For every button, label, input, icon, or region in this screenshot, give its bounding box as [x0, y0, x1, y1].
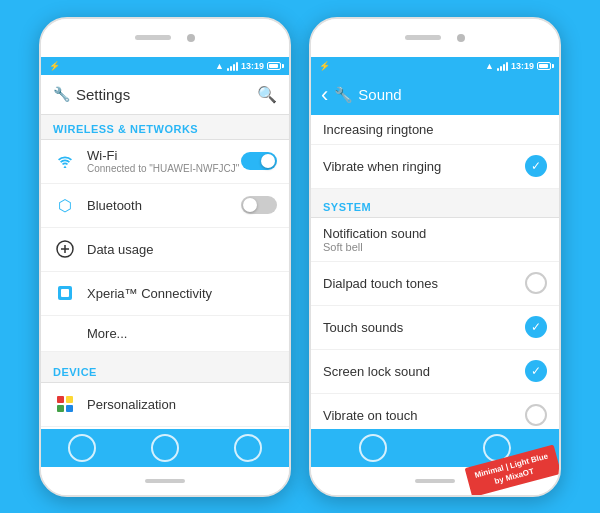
signal-bars	[227, 61, 238, 71]
wireless-section-header: WIRELESS & NETWORKS	[41, 115, 289, 139]
right-top-bezel	[311, 19, 559, 57]
dialpad-unchecked[interactable]	[525, 272, 547, 294]
search-button[interactable]: 🔍	[257, 85, 277, 104]
nav-home-btn[interactable]	[151, 434, 179, 462]
home-item[interactable]: Home	[41, 427, 289, 429]
vibrate-ringing-block: Vibrate when ringing	[323, 159, 525, 174]
svg-rect-2	[61, 289, 69, 297]
personalization-label: Personalization	[87, 397, 277, 412]
wifi-status-icon: ▲	[215, 61, 224, 71]
sound-wrench-icon: 🔧	[334, 86, 353, 104]
app-bar: 🔧 Settings 🔍	[41, 75, 289, 115]
screen-lock-label: Screen lock sound	[323, 364, 525, 379]
home-bar	[145, 479, 185, 483]
right-status-left: ⚡	[319, 61, 330, 71]
bluetooth-toggle[interactable]	[241, 196, 277, 214]
wifi-sublabel: Connected to "HUAWEI-NWFJCJ"	[87, 163, 241, 174]
right-wifi-icon: ▲	[485, 61, 494, 71]
notification-label: Notification sound	[323, 226, 547, 241]
settings-title: Settings	[76, 86, 130, 103]
right-signal-bars	[497, 61, 508, 71]
notification-sound-item[interactable]: Notification sound Soft bell	[311, 218, 559, 262]
svg-rect-5	[57, 405, 64, 412]
vibrate-touch-label: Vibrate on touch	[323, 408, 525, 423]
sound-app-bar: ‹ 🔧 Sound	[311, 75, 559, 115]
xperia-item[interactable]: Xperia™ Connectivity	[41, 272, 289, 316]
wifi-toggle[interactable]	[241, 152, 277, 170]
increasing-ringtone-item[interactable]: Increasing ringtone	[311, 115, 559, 145]
data-label: Data usage	[87, 242, 277, 257]
xperia-label: Xperia™ Connectivity	[87, 286, 277, 301]
sound-bar-title: 🔧 Sound	[334, 86, 401, 104]
wifi-icon	[53, 149, 77, 173]
touch-sounds-item[interactable]: Touch sounds ✓	[311, 306, 559, 350]
dialpad-label: Dialpad touch tones	[323, 276, 525, 291]
bluetooth-item[interactable]: ⬡ Bluetooth	[41, 184, 289, 228]
bottom-nav	[41, 429, 289, 467]
status-right: ▲ 13:19	[215, 61, 281, 71]
settings-content: WIRELESS & NETWORKS Wi-Fi Connected to "…	[41, 115, 289, 429]
vibrate-ringing-check[interactable]: ✓	[525, 155, 547, 177]
right-battery-icon	[537, 62, 551, 70]
vibrate-ringing-item[interactable]: Vibrate when ringing ✓	[311, 145, 559, 189]
wifi-label: Wi-Fi	[87, 148, 241, 163]
system-header: SYSTEM	[311, 193, 559, 217]
left-phone: ⚡ ▲ 13:19 🔧 Settings 🔍 WIRELESS & NETWOR…	[39, 17, 291, 497]
nav-back-btn[interactable]	[68, 434, 96, 462]
app-bar-title: 🔧 Settings	[53, 86, 130, 103]
sound-title: Sound	[358, 86, 401, 103]
notification-block: Notification sound Soft bell	[323, 226, 547, 253]
wifi-text-block: Wi-Fi Connected to "HUAWEI-NWFJCJ"	[87, 148, 241, 174]
bluetooth-icon: ⬡	[53, 193, 77, 217]
sound-content: Increasing ringtone Vibrate when ringing…	[311, 115, 559, 429]
status-time: 13:19	[241, 61, 264, 71]
screen-lock-block: Screen lock sound	[323, 364, 525, 379]
dialpad-tones-item[interactable]: Dialpad touch tones	[311, 262, 559, 306]
right-phone: ⚡ ▲ 13:19 ‹ 🔧 Sound Increasing ringt	[309, 17, 561, 497]
dialpad-block: Dialpad touch tones	[323, 276, 525, 291]
svg-rect-3	[57, 396, 64, 403]
screen-lock-check[interactable]: ✓	[525, 360, 547, 382]
speaker	[135, 35, 171, 40]
right-speaker	[405, 35, 441, 40]
bluetooth-label: Bluetooth	[87, 198, 241, 213]
right-home-bar	[415, 479, 455, 483]
notification-sublabel: Soft bell	[323, 241, 547, 253]
wrench-icon: 🔧	[53, 86, 70, 102]
right-status-right: ▲ 13:19	[485, 61, 551, 71]
status-bar: ⚡ ▲ 13:19	[41, 57, 289, 75]
vibrate-touch-block: Vibrate on touch	[323, 408, 525, 423]
back-arrow[interactable]: ‹	[321, 84, 328, 106]
touch-sounds-check[interactable]: ✓	[525, 316, 547, 338]
increasing-ringtone-label: Increasing ringtone	[323, 122, 547, 137]
top-bezel	[41, 19, 289, 57]
xperia-icon	[53, 281, 77, 305]
data-usage-item[interactable]: Data usage	[41, 228, 289, 272]
camera	[187, 34, 195, 42]
nav-recents-btn[interactable]	[234, 434, 262, 462]
personalization-icon	[53, 392, 77, 416]
device-section-header: DEVICE	[41, 358, 289, 382]
screen-lock-sound-item[interactable]: Screen lock sound ✓	[311, 350, 559, 394]
right-camera	[457, 34, 465, 42]
more-item[interactable]: More...	[41, 316, 289, 352]
vibrate-touch-item[interactable]: Vibrate on touch	[311, 394, 559, 429]
more-label: More...	[87, 326, 127, 341]
touch-sounds-block: Touch sounds	[323, 320, 525, 335]
usb-icon: ⚡	[49, 61, 60, 71]
vibrate-touch-unchecked[interactable]	[525, 404, 547, 426]
bottom-bezel	[41, 467, 289, 495]
svg-rect-6	[66, 405, 73, 412]
data-icon	[53, 237, 77, 261]
vibrate-ringing-label: Vibrate when ringing	[323, 159, 525, 174]
battery-icon	[267, 62, 281, 70]
touch-sounds-label: Touch sounds	[323, 320, 525, 335]
status-left: ⚡	[49, 61, 60, 71]
wifi-item[interactable]: Wi-Fi Connected to "HUAWEI-NWFJCJ"	[41, 140, 289, 184]
personalization-item[interactable]: Personalization	[41, 383, 289, 427]
svg-rect-4	[66, 396, 73, 403]
right-status-time: 13:19	[511, 61, 534, 71]
right-status-bar: ⚡ ▲ 13:19	[311, 57, 559, 75]
right-usb-icon: ⚡	[319, 61, 330, 71]
right-nav-back-btn[interactable]	[359, 434, 387, 462]
